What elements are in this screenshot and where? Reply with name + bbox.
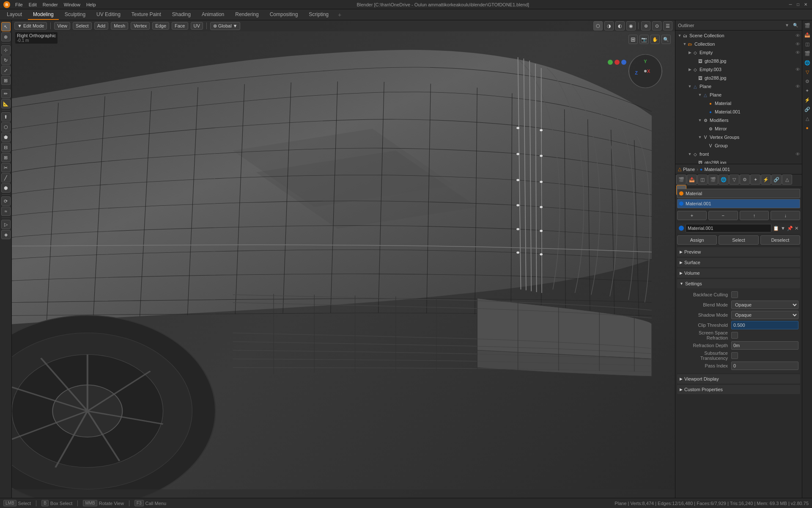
outliner-mirror[interactable]: ⚙ Mirror bbox=[675, 124, 802, 133]
mat-down-btn[interactable]: ↓ bbox=[771, 211, 800, 220]
viewport[interactable]: ▼ Edit Mode View Select Add Mesh Vertex … bbox=[12, 20, 675, 498]
viewport-add-btn[interactable]: Add bbox=[94, 22, 109, 30]
gizmo-btn[interactable]: ⊕ bbox=[641, 21, 650, 30]
tab-sculpting[interactable]: Sculpting bbox=[60, 9, 91, 20]
tab-rendering[interactable]: Rendering bbox=[230, 9, 263, 20]
viewport-mode-btn[interactable]: ▼ Edit Mode bbox=[14, 22, 47, 30]
props-tab-particles[interactable]: ✦ bbox=[750, 174, 760, 185]
outliner-group[interactable]: V Group bbox=[675, 141, 802, 150]
mat-slot-2[interactable]: Material.001 bbox=[677, 199, 800, 208]
tool-scale[interactable]: ⤢ bbox=[1, 66, 11, 75]
section-volume-header[interactable]: ▶ Volume bbox=[677, 268, 800, 278]
section-viewport-display-header[interactable]: ▶ Viewport Display bbox=[677, 374, 800, 384]
gizmo-z-axis[interactable]: Z bbox=[635, 70, 638, 75]
tab-animation[interactable]: Animation bbox=[197, 9, 229, 20]
props-tab-physics[interactable]: ⚡ bbox=[761, 174, 771, 185]
tool-select[interactable]: ↖ bbox=[1, 22, 11, 31]
viewport-vertex-btn[interactable]: Vertex bbox=[131, 22, 150, 30]
outliner-vertex-groups[interactable]: ▼ V Vertex Groups bbox=[675, 133, 802, 141]
tool-inset[interactable]: ⬡ bbox=[1, 122, 11, 132]
menu-render[interactable]: Render bbox=[40, 1, 60, 8]
expand-scene-collection[interactable]: ▼ bbox=[677, 33, 682, 38]
tool-annotate[interactable]: ✏ bbox=[1, 89, 11, 98]
outliner-gto288-front[interactable]: 🖼 gto288.jpg bbox=[675, 158, 802, 164]
nav-gizmo-circle[interactable]: X Y Z bbox=[628, 54, 662, 88]
rs-object-icon[interactable]: ▽ bbox=[803, 68, 812, 76]
backface-culling-checkbox[interactable] bbox=[731, 291, 738, 298]
blender-logo[interactable]: B bbox=[3, 1, 10, 8]
tab-texture-paint[interactable]: Texture Paint bbox=[126, 9, 166, 20]
menu-help[interactable]: Help bbox=[84, 1, 99, 8]
props-tab-constraints[interactable]: 🔗 bbox=[771, 174, 782, 185]
section-settings-header[interactable]: ▼ Settings bbox=[677, 279, 800, 288]
rs-view-icon[interactable]: ◫ bbox=[803, 40, 812, 48]
mat-slot-1[interactable]: Material bbox=[677, 189, 800, 198]
viewport-rendered-btn[interactable]: ◉ bbox=[626, 21, 636, 30]
menu-window[interactable]: Window bbox=[61, 1, 83, 8]
pass-index-input[interactable]: 0 bbox=[731, 362, 798, 370]
refraction-depth-input[interactable]: 0m bbox=[731, 341, 798, 350]
section-surface-header[interactable]: ▶ Surface bbox=[677, 258, 800, 267]
section-custom-properties-header[interactable]: ▶ Custom Properties bbox=[677, 385, 800, 394]
scene-collection-eye[interactable]: 👁 bbox=[796, 33, 800, 38]
outliner-scene-collection[interactable]: ▼ 🗂 Scene Collection 👁 bbox=[675, 31, 802, 40]
expand-plane[interactable]: ▼ bbox=[687, 84, 692, 89]
gizmo-x-axis[interactable]: X bbox=[647, 69, 650, 74]
viewport-material-btn[interactable]: ◐ bbox=[615, 21, 625, 30]
rs-world-icon[interactable]: 🌐 bbox=[803, 58, 812, 67]
outliner-filter-icon[interactable]: ▼ bbox=[783, 22, 791, 29]
props-tab-object[interactable]: ▽ bbox=[729, 174, 739, 185]
plane-eye[interactable]: 👁 bbox=[796, 84, 800, 89]
props-tab-world[interactable]: 🌐 bbox=[719, 174, 729, 185]
viewport-face-btn[interactable]: Face bbox=[172, 22, 188, 30]
outliner-gto288-2[interactable]: 🖼 gto288.jpg bbox=[675, 74, 802, 82]
mat-browse-icon[interactable]: ▼ bbox=[781, 226, 785, 231]
expand-empty-003[interactable]: ▶ bbox=[687, 67, 692, 72]
mat-up-btn[interactable]: ↑ bbox=[740, 211, 769, 220]
tab-uv-editing[interactable]: UV Editing bbox=[91, 9, 126, 20]
view-camera-btn[interactable]: 📷 bbox=[639, 35, 649, 44]
tool-cursor[interactable]: ⊕ bbox=[1, 32, 11, 41]
props-tab-output[interactable]: 📤 bbox=[687, 174, 697, 185]
expand-collection[interactable]: ▼ bbox=[682, 41, 687, 47]
empty-003-eye[interactable]: 👁 bbox=[796, 67, 800, 72]
tool-measure[interactable]: 📐 bbox=[1, 99, 11, 108]
tab-compositing[interactable]: Compositing bbox=[265, 9, 303, 20]
outliner-empty-003[interactable]: ▶ ◇ Empty.003 👁 bbox=[675, 65, 802, 74]
xray-btn[interactable]: ☰ bbox=[663, 21, 672, 30]
mat-name-input[interactable] bbox=[686, 224, 771, 232]
tool-bisect[interactable]: ╱ bbox=[1, 173, 11, 182]
viewport-global-btn[interactable]: ⊕ Global ▼ bbox=[210, 22, 241, 30]
collection-eye[interactable]: 👁 bbox=[796, 41, 800, 47]
outliner-front[interactable]: ▼ ◇ front 👁 bbox=[675, 150, 802, 158]
tab-layout[interactable]: Layout bbox=[2, 9, 27, 20]
overlay-btn[interactable]: ⊙ bbox=[652, 21, 661, 30]
tab-shading[interactable]: Shading bbox=[167, 9, 196, 20]
tool-shrink-fatten[interactable]: ◈ bbox=[1, 230, 11, 239]
rs-constraint-icon[interactable]: 🔗 bbox=[803, 105, 812, 113]
deselect-btn[interactable]: Deselect bbox=[760, 235, 800, 245]
tool-knife[interactable]: ✂ bbox=[1, 163, 11, 172]
rs-particle-icon[interactable]: ✦ bbox=[803, 86, 812, 95]
outliner-gto288-1[interactable]: 🖼 gto288.jpg bbox=[675, 57, 802, 65]
props-tab-scene[interactable]: 🎬 bbox=[708, 174, 718, 185]
expand-plane-sub[interactable]: ▼ bbox=[697, 92, 702, 97]
rs-data-icon[interactable]: △ bbox=[803, 114, 812, 123]
minimize-button[interactable]: ─ bbox=[787, 2, 793, 8]
props-tab-data[interactable]: △ bbox=[782, 174, 792, 185]
tool-bevel[interactable]: ⬟ bbox=[1, 133, 11, 142]
tool-poly-build[interactable]: ⬢ bbox=[1, 183, 11, 193]
tool-rotate[interactable]: ↻ bbox=[1, 55, 11, 65]
viewport-mesh-btn[interactable]: Mesh bbox=[111, 22, 128, 30]
tool-smooth[interactable]: ≈ bbox=[1, 207, 11, 216]
tab-modeling[interactable]: Modeling bbox=[28, 9, 59, 20]
viewport-solid-btn[interactable]: ◑ bbox=[604, 21, 614, 30]
viewport-edge-btn[interactable]: Edge bbox=[152, 22, 169, 30]
expand-empty[interactable]: ▶ bbox=[687, 50, 692, 55]
mat-add-btn[interactable]: + bbox=[677, 211, 707, 220]
tool-transform[interactable]: ⊞ bbox=[1, 76, 11, 85]
gizmo-y-axis[interactable]: Y bbox=[644, 59, 647, 64]
tab-scripting[interactable]: Scripting bbox=[304, 9, 334, 20]
tool-offset-edge[interactable]: ⊞ bbox=[1, 153, 11, 162]
tool-shear[interactable]: ▷ bbox=[1, 220, 11, 229]
